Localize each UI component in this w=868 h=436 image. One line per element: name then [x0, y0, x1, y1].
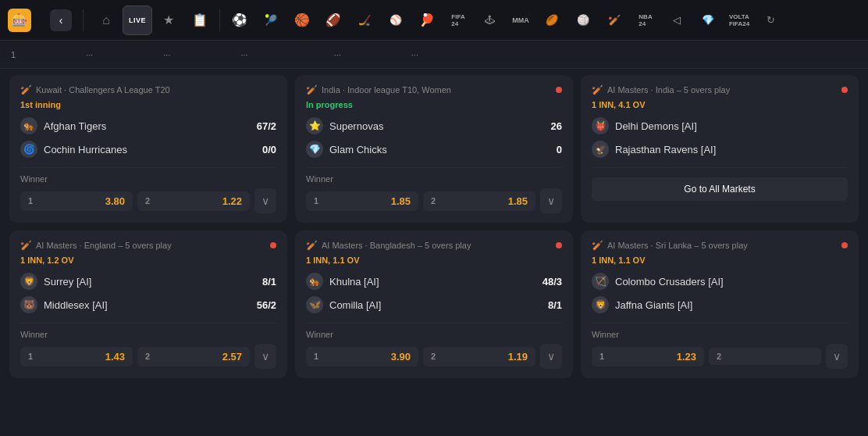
nfl-icon[interactable]: ◁: [662, 5, 692, 35]
tennis-icon[interactable]: 🎾: [256, 5, 286, 35]
odd-label: 1: [314, 196, 318, 205]
team-name: Comilla [AI]: [329, 299, 381, 311]
divider: [306, 167, 562, 168]
team-name: Jaffna Giants [AI]: [615, 299, 692, 311]
odds-row: 1 1.85 2 1.85 ∨: [306, 188, 562, 213]
go-to-markets-button[interactable]: Go to All Markets: [592, 177, 848, 201]
tabletennis-icon[interactable]: 🏓: [412, 5, 442, 35]
football-icon[interactable]: 🏈: [318, 5, 348, 35]
odds-row: 1 3.90 2 1.19 ∨: [306, 344, 562, 369]
odd-button[interactable]: 2 2.57: [137, 347, 250, 366]
match-card-2: 🏏 India · Indoor league T10, Women In pr…: [295, 75, 573, 223]
nav-icons: ⌂ LIVE ★ 📋 ⚽ 🎾 🏀 🏈 🏒 ⚾ 🏓 FIFA24 🕹 MMA 🏉 …: [91, 5, 785, 35]
team-name: Middlesex [AI]: [44, 299, 108, 311]
card-header: 🏏 India · Indoor league T10, Women: [306, 84, 562, 95]
nav-divider-1: [83, 9, 84, 31]
home-icon[interactable]: ⌂: [91, 5, 121, 35]
odd-value: 1.43: [105, 351, 125, 363]
more-odds-button[interactable]: ∨: [826, 344, 848, 369]
odd-button[interactable]: 1 3.90: [306, 347, 418, 366]
team-score: 8/1: [548, 299, 562, 311]
league-name: AI Masters · England – 5 overs play: [36, 241, 172, 250]
odd-value: 1.85: [391, 195, 411, 207]
status-badge: 1st inning: [20, 100, 276, 109]
team-logo: 🦅: [592, 141, 609, 158]
soccer-icon[interactable]: ⚽: [225, 5, 254, 35]
team-logo: 🐅: [20, 117, 37, 134]
more-odds-button[interactable]: ∨: [540, 344, 562, 369]
league-name: AI Masters · Bangladesh – 5 overs play: [322, 241, 471, 250]
baseball-icon[interactable]: ⚾: [381, 5, 411, 35]
team-name: Supernovas: [329, 120, 383, 132]
team-name: Cochin Hurricanes: [44, 144, 127, 155]
odds-row: 1 1.23 2 ∨: [592, 344, 848, 369]
esports-icon[interactable]: 🕹: [475, 5, 504, 35]
status-badge: 1 INN, 1.1 OV: [306, 256, 562, 265]
team-name: Surrey [AI]: [44, 276, 91, 288]
match-card-4: 🏏 AI Masters · England – 5 overs play 1 …: [9, 231, 287, 378]
odd-button[interactable]: 2 1.85: [423, 191, 535, 211]
card-meta: 🏏 AI Masters · Bangladesh – 5 overs play: [306, 240, 471, 251]
nba-icon[interactable]: NBA24: [631, 5, 660, 35]
odd-button[interactable]: 2 1.22: [137, 191, 250, 211]
team-score: 67/2: [257, 120, 276, 132]
top-bar: 🎰 ‹ ⌂ LIVE ★ 📋 ⚽ 🎾 🏀 🏈 🏒 ⚾ 🏓 FIFA24 🕹 MM…: [0, 0, 868, 41]
cricket-meta-icon: 🏏: [20, 240, 32, 251]
live-indicator: [841, 87, 848, 93]
betslip-icon[interactable]: 📋: [185, 5, 215, 35]
odd-button[interactable]: 2 1.19: [423, 347, 535, 366]
cricket-meta-icon: 🏏: [306, 240, 318, 251]
more-odds-button[interactable]: ∨: [254, 188, 276, 213]
basketball-icon[interactable]: 🏀: [287, 5, 317, 35]
match-card-3: 🏏 AI Masters · India – 5 overs play 1 IN…: [581, 75, 859, 223]
teams: 👹 Delhi Demons [AI] 🦅 Rajasthan Ravens […: [592, 114, 848, 161]
team-row: 🐅 Khulna [AI] 48/3: [306, 270, 562, 293]
odd-label: 2: [145, 196, 150, 205]
team-row: 🦅 Rajasthan Ravens [AI]: [592, 138, 848, 161]
odds-row: 1 1.43 2 2.57 ∨: [20, 344, 276, 369]
team-logo: 💎: [306, 141, 323, 158]
odd-button[interactable]: 2: [709, 348, 821, 365]
odd-button[interactable]: 1 1.23: [592, 347, 704, 366]
live-icon[interactable]: LIVE: [123, 5, 152, 35]
more-odds-button[interactable]: ∨: [540, 188, 562, 213]
volleyball-icon[interactable]: 🏐: [568, 5, 598, 35]
divider: [20, 323, 276, 323]
divider: [592, 323, 848, 323]
team-logo: 🏹: [592, 273, 609, 290]
odd-button[interactable]: 1 3.80: [20, 191, 133, 211]
volta-icon[interactable]: VOLTAFIFA24: [724, 5, 754, 35]
live-indicator: [556, 242, 562, 248]
cricket-icon[interactable]: 🏏: [599, 5, 629, 35]
team-score: 0/0: [262, 144, 276, 155]
team-row: 💎 Glam Chicks 0: [306, 138, 562, 161]
more-icon[interactable]: ↻: [756, 5, 785, 35]
winner-label: Winner: [306, 330, 562, 339]
cricket-meta-icon: 🏏: [592, 240, 603, 251]
back-button[interactable]: ‹: [50, 9, 72, 31]
favorites-icon[interactable]: ★: [154, 5, 183, 35]
card-meta: 🏏 AI Masters · India – 5 overs play: [592, 84, 730, 95]
divider: [306, 323, 562, 323]
team-name: Glam Chicks: [329, 144, 387, 155]
team-logo: 🐅: [306, 273, 323, 290]
match-card-1: 🏏 Kuwait · Challengers A League T20 1st …: [9, 75, 287, 223]
mma-icon[interactable]: MMA: [506, 5, 535, 35]
team-row: 🦁 Surrey [AI] 8/1: [20, 270, 276, 293]
odd-label: 2: [717, 352, 721, 361]
odd-label: 2: [431, 196, 436, 205]
odd-button[interactable]: 1 1.85: [306, 191, 418, 211]
card-header: 🏏 AI Masters · Sri Lanka – 5 overs play: [592, 240, 848, 251]
live-indicator: [270, 242, 276, 248]
team-name: Rajasthan Ravens [AI]: [615, 144, 716, 155]
odd-button[interactable]: 1 1.43: [20, 347, 133, 366]
odd-value: 1.23: [677, 351, 696, 363]
rugby-icon[interactable]: 🏉: [537, 5, 567, 35]
team-logo: 👹: [592, 117, 609, 134]
fifa-icon[interactable]: FIFA24: [443, 5, 473, 35]
hockey-icon[interactable]: 🏒: [350, 5, 379, 35]
odd-value: 1.85: [508, 195, 528, 207]
team-logo: 🌀: [20, 141, 37, 158]
nhl-icon[interactable]: 💎: [693, 5, 723, 35]
more-odds-button[interactable]: ∨: [254, 344, 276, 369]
